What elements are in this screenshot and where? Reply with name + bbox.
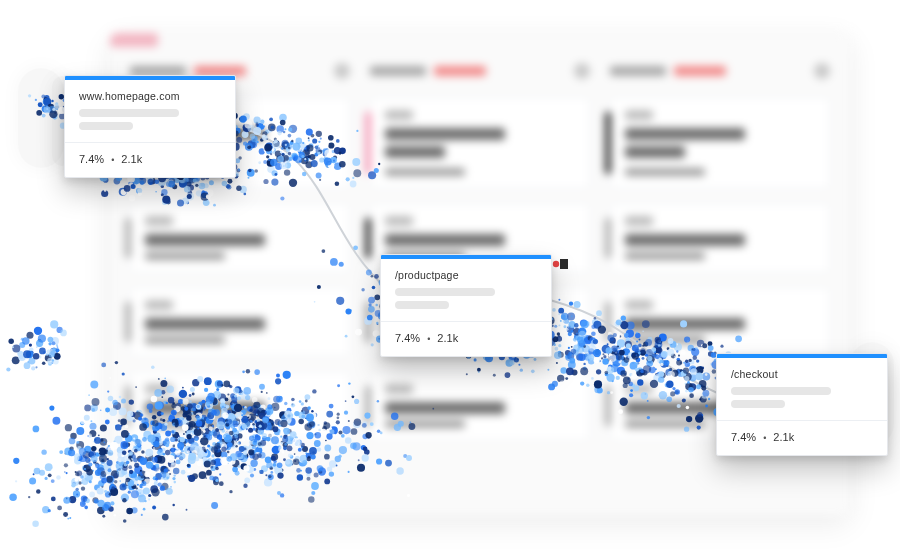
svg-point-2396 (95, 464, 100, 469)
svg-point-3077 (46, 353, 49, 356)
svg-point-3055 (51, 341, 55, 345)
svg-point-2248 (88, 452, 94, 458)
svg-point-3091 (57, 346, 59, 348)
svg-point-2223 (95, 464, 98, 467)
step-count: 2.1k (773, 431, 794, 443)
svg-point-2165 (41, 450, 46, 455)
svg-point-3043 (29, 347, 33, 351)
svg-point-2279 (77, 456, 82, 461)
svg-point-2393 (69, 496, 76, 503)
svg-point-2205 (69, 438, 76, 445)
step-title: /productpage (395, 269, 537, 281)
svg-point-377 (104, 189, 107, 192)
svg-point-3042 (51, 337, 59, 345)
step-percent: 7.4% (395, 332, 420, 344)
funnel-step-homepage[interactable]: www.homepage.com 7.4% • 2.1k (64, 75, 236, 178)
svg-point-3050 (38, 345, 40, 347)
svg-point-1932 (95, 462, 99, 466)
svg-point-1403 (65, 424, 72, 431)
svg-point-2372 (104, 490, 107, 493)
svg-point-2163 (104, 502, 107, 505)
svg-point-2412 (74, 478, 78, 482)
svg-point-2155 (88, 459, 90, 461)
svg-point-3065 (27, 361, 29, 363)
svg-point-2212 (95, 469, 102, 476)
svg-point-1453 (84, 415, 90, 421)
svg-point-3098 (42, 362, 46, 366)
svg-point-2292 (57, 506, 62, 511)
separator-dot-icon: • (427, 334, 430, 344)
svg-point-3080 (47, 358, 53, 364)
svg-point-2006 (98, 434, 100, 436)
svg-point-2414 (101, 478, 107, 484)
placeholder-line (731, 387, 831, 395)
svg-point-2123 (97, 507, 105, 515)
svg-point-2195 (83, 497, 89, 503)
svg-point-3068 (54, 353, 61, 360)
svg-point-3045 (50, 348, 58, 356)
svg-point-3052 (38, 339, 42, 343)
svg-point-1856 (88, 394, 90, 396)
svg-point-2364 (99, 448, 107, 456)
svg-point-3061 (38, 355, 41, 358)
svg-point-3064 (51, 362, 53, 364)
svg-point-1440 (49, 406, 54, 411)
step-metrics: 7.4% • 2.1k (65, 143, 235, 177)
svg-point-2362 (77, 446, 82, 451)
svg-point-2378 (94, 499, 99, 504)
svg-point-2361 (89, 423, 96, 430)
svg-point-1402 (91, 408, 95, 412)
svg-point-3060 (36, 346, 38, 348)
svg-point-2111 (94, 485, 100, 491)
svg-point-2341 (39, 470, 45, 476)
svg-point-3047 (34, 327, 42, 335)
svg-point-2125 (74, 457, 82, 465)
funnel-step-productpage[interactable]: /productpage 7.4% • 2.1k (380, 254, 552, 357)
svg-point-1797 (92, 398, 100, 406)
svg-point-1891 (107, 390, 109, 392)
svg-point-3093 (12, 356, 20, 364)
svg-point-2336 (97, 500, 104, 507)
svg-point-2120 (64, 463, 68, 467)
svg-point-2375 (86, 469, 93, 476)
svg-point-2295 (101, 460, 105, 464)
svg-point-2273 (88, 435, 91, 438)
svg-point-2112 (98, 450, 105, 457)
svg-point-2373 (83, 451, 90, 458)
svg-point-2189 (84, 506, 88, 510)
svg-point-2309 (51, 479, 55, 483)
svg-point-3057 (24, 362, 31, 369)
svg-point-2167 (28, 496, 30, 498)
svg-point-2254 (65, 453, 67, 455)
svg-point-3076 (48, 342, 51, 345)
svg-point-3085 (36, 340, 43, 347)
svg-point-1762 (91, 404, 98, 411)
svg-point-2121 (92, 497, 98, 503)
svg-point-2237 (98, 480, 104, 486)
svg-point-2241 (85, 456, 88, 459)
step-metrics: 7.4% • 2.1k (381, 322, 551, 356)
placeholder-line (79, 122, 133, 130)
svg-point-1706 (89, 418, 94, 423)
svg-point-3051 (8, 339, 13, 344)
svg-point-2406 (68, 449, 75, 456)
svg-point-1995 (90, 420, 92, 422)
step-count: 2.1k (121, 153, 142, 165)
svg-point-2360 (80, 501, 86, 507)
svg-point-1766 (84, 446, 91, 453)
svg-point-2389 (51, 496, 56, 501)
svg-point-2234 (89, 489, 92, 492)
svg-point-2075 (85, 492, 88, 495)
svg-point-3096 (18, 354, 25, 361)
svg-point-3075 (56, 348, 60, 352)
svg-point-3094 (46, 349, 50, 353)
svg-point-2298 (80, 475, 84, 479)
svg-point-2289 (15, 480, 17, 482)
funnel-step-checkout[interactable]: /checkout 7.4% • 2.1k (716, 353, 888, 456)
svg-point-2250 (81, 478, 88, 485)
svg-point-2147 (45, 463, 53, 471)
svg-point-2206 (69, 517, 71, 519)
svg-point-2088 (85, 474, 93, 482)
svg-point-2143 (101, 486, 103, 488)
svg-point-1783 (89, 430, 96, 437)
